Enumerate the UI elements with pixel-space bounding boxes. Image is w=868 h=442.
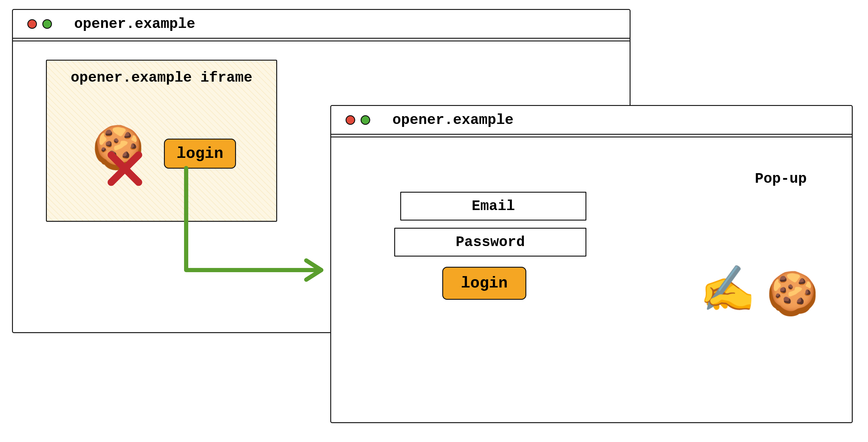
cookie-icon: 🍪: [766, 276, 819, 318]
minimize-dot-icon[interactable]: [42, 19, 52, 29]
opener-window-title: opener.example: [74, 16, 195, 32]
opener-window-titlebar: opener.example: [13, 10, 630, 39]
iframe-title: opener.example iframe: [47, 70, 276, 86]
popup-login-label: login: [461, 275, 508, 292]
password-field[interactable]: Password: [394, 228, 586, 257]
password-placeholder: Password: [456, 234, 525, 250]
iframe-panel: opener.example iframe 🍪 login: [46, 60, 277, 222]
cross-icon: [107, 150, 143, 186]
popup-window-titlebar: opener.example: [331, 106, 852, 135]
popup-window-title: opener.example: [393, 112, 514, 128]
popup-login-button[interactable]: login: [442, 267, 526, 300]
minimize-dot-icon[interactable]: [361, 115, 370, 125]
email-field[interactable]: Email: [400, 192, 586, 220]
close-dot-icon[interactable]: [346, 115, 355, 125]
popup-label: Pop-up: [755, 171, 807, 187]
writing-hand-icon: ✍️: [700, 270, 756, 315]
close-dot-icon[interactable]: [27, 19, 37, 29]
iframe-login-label: login: [177, 145, 223, 163]
email-placeholder: Email: [472, 198, 515, 214]
iframe-login-button[interactable]: login: [164, 139, 236, 169]
popup-window: opener.example Pop-up Email Password log…: [330, 105, 853, 423]
